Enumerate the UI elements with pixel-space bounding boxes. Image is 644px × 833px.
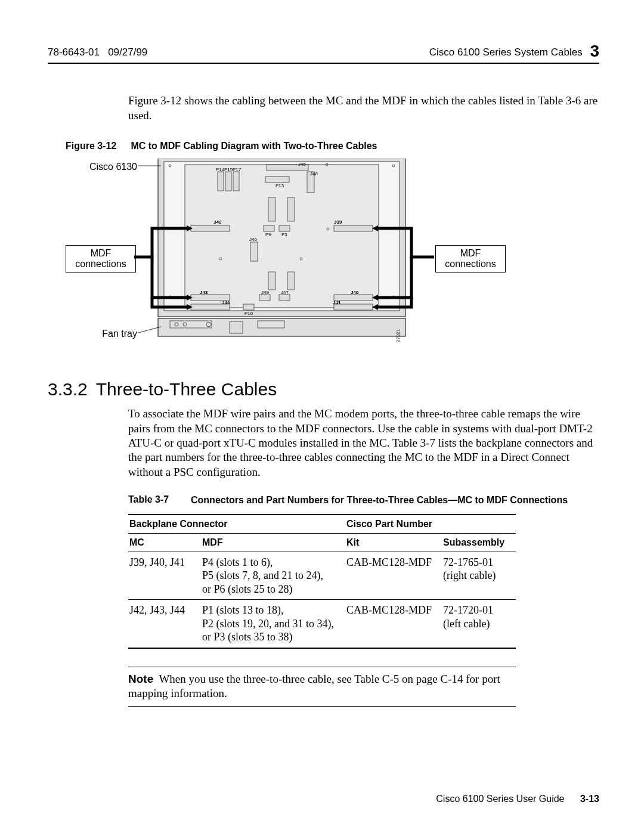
svg-text:J48: J48: [310, 171, 318, 176]
page-footer: Cisco 6100 Series User Guide 3-13: [436, 794, 599, 804]
svg-text:J46: J46: [249, 237, 257, 242]
footer-page: 3-13: [580, 794, 599, 804]
cell-kit: CAB-MC128-MDF: [345, 600, 442, 648]
doc-date: 09/27/99: [108, 47, 147, 58]
svg-text:27321: 27321: [395, 329, 401, 343]
svg-rect-23: [287, 197, 295, 221]
cell-mdf: P1 (slots 13 to 18), P2 (slots 19, 20, a…: [201, 600, 345, 648]
svg-text:P13: P13: [275, 183, 284, 188]
cell-mc: J39, J40, J41: [128, 552, 201, 600]
svg-rect-32: [250, 242, 258, 261]
section-body: To associate the MDF wire pairs and the …: [128, 407, 599, 479]
svg-rect-24: [191, 225, 230, 231]
section-number: 3.3.2: [48, 379, 88, 399]
cabling-diagram: Cisco 6130 MDFconnections Fan tray MDFco…: [66, 159, 599, 349]
svg-text:P15: P15: [224, 167, 233, 172]
svg-text:J43: J43: [200, 290, 208, 295]
svg-rect-48: [243, 304, 254, 310]
svg-rect-28: [264, 225, 274, 231]
figure-label: Figure 3-12: [66, 141, 128, 151]
svg-line-65: [138, 327, 161, 333]
figure-title: MC to MDF Cabling Diagram with Two-to-Th…: [131, 141, 377, 151]
svg-text:J39: J39: [334, 219, 342, 225]
diagram-svg: J45 J48 P14 P15 P17 P13 J42 J39: [66, 159, 507, 349]
svg-rect-22: [268, 197, 275, 221]
table-title: Connectors and Part Numbers for Three-to…: [191, 494, 599, 507]
intro-paragraph: Figure 3-12 shows the cabling between th…: [128, 94, 599, 123]
svg-rect-42: [279, 295, 290, 301]
svg-rect-20: [265, 176, 289, 182]
svg-text:J47: J47: [281, 290, 289, 295]
col-group-partnum: Cisco Part Number: [345, 515, 516, 534]
svg-text:P14: P14: [216, 167, 225, 172]
svg-text:J41: J41: [333, 300, 341, 305]
section-title: Cisco 6100 Series System Cables: [429, 47, 583, 58]
note-block: Note When you use the three-to-three cab…: [128, 667, 516, 707]
cell-kit: CAB-MC128-MDF: [345, 552, 442, 600]
svg-rect-36: [268, 272, 275, 290]
svg-rect-15: [225, 172, 231, 191]
note-text: When you use the three-to-three cable, s…: [128, 673, 500, 700]
svg-rect-14: [218, 172, 224, 191]
footer-guide: Cisco 6100 Series User Guide: [436, 794, 564, 804]
svg-text:J42: J42: [213, 219, 222, 225]
table-row: J39, J40, J41 P4 (slots 1 to 6), P5 (slo…: [128, 552, 516, 600]
col-sub: Subassembly: [442, 533, 516, 552]
col-mc: MC: [128, 533, 201, 552]
svg-rect-37: [287, 272, 295, 290]
svg-rect-9: [230, 321, 243, 333]
table-caption: Table 3-7 Connectors and Part Numbers fo…: [128, 494, 599, 507]
svg-text:J40: J40: [351, 290, 359, 295]
section-title-text: Three-to-Three Cables: [96, 379, 277, 399]
svg-rect-29: [279, 225, 290, 231]
svg-text:P16: P16: [244, 311, 253, 316]
svg-text:J45: J45: [298, 162, 306, 167]
page-header: 78-6643-01 09/27/99 Cisco 6100 Series Sy…: [48, 42, 599, 64]
svg-rect-16: [233, 172, 239, 191]
chapter-number: 3: [590, 42, 599, 60]
col-mdf: MDF: [201, 533, 345, 552]
doc-id: 78-6643-01: [48, 47, 100, 58]
cell-sub: 72-1720-01 (left cable): [442, 600, 516, 648]
svg-rect-3: [158, 318, 405, 336]
table-row: J42, J43, J44 P1 (slots 13 to 18), P2 (s…: [128, 600, 516, 648]
connectors-table: Backplane Connector Cisco Part Number MC…: [128, 514, 516, 649]
svg-rect-40: [259, 295, 270, 301]
table-label: Table 3-7: [128, 494, 191, 507]
svg-text:P3: P3: [281, 232, 287, 237]
svg-text:P9: P9: [265, 232, 271, 237]
col-kit: Kit: [345, 533, 442, 552]
note-label: Note: [128, 673, 153, 685]
svg-text:P17: P17: [233, 167, 242, 172]
col-group-backplane: Backplane Connector: [128, 515, 345, 534]
figure-caption: Figure 3-12 MC to MDF Cabling Diagram wi…: [66, 141, 599, 151]
svg-text:J44: J44: [222, 300, 230, 305]
section-heading: 3.3.2Three-to-Three Cables: [48, 379, 599, 400]
svg-rect-26: [334, 225, 373, 231]
cell-mc: J42, J43, J44: [128, 600, 201, 648]
cell-mdf: P4 (slots 1 to 6), P5 (slots 7, 8, and 2…: [201, 552, 345, 600]
cell-sub: 72-1765-01 (right cable): [442, 552, 516, 600]
svg-text:J49: J49: [261, 290, 269, 295]
